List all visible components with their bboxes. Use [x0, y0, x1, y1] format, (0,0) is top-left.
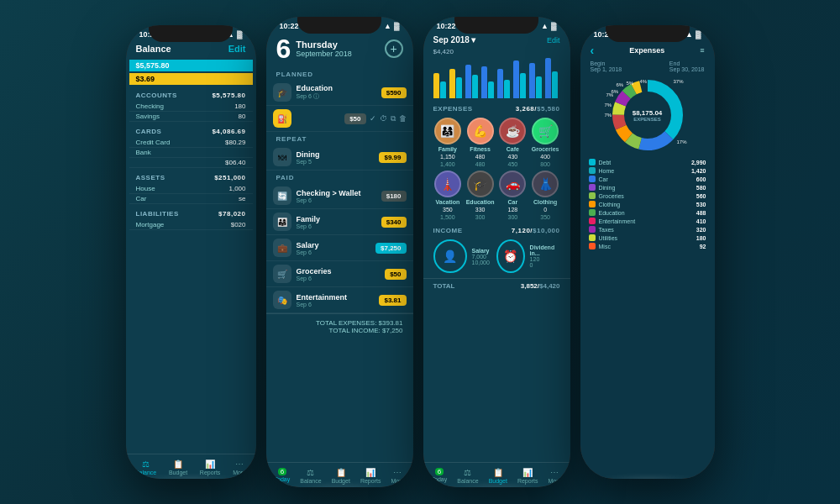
bar	[497, 69, 503, 98]
copy-icon[interactable]: ⧉	[391, 114, 396, 123]
pct-7c: 7%	[605, 113, 612, 118]
legend-education[interactable]: Education 488	[587, 208, 708, 217]
category-fitness[interactable]: 💪 Fitness 480 480	[465, 118, 495, 167]
education-amount: $590	[381, 87, 407, 98]
nav-reports-2[interactable]: 📊 Reports	[360, 468, 381, 484]
bar-group-7	[529, 63, 542, 98]
pct-6a: 6%	[617, 82, 624, 87]
total-row: TOTAL 3,852/$4,420	[423, 278, 570, 293]
salary-item[interactable]: 💼 Salary Sep 6 $7,250	[266, 235, 413, 261]
legend-misc[interactable]: Misc 92	[587, 242, 708, 250]
balance-header: Balance Edit	[126, 40, 256, 59]
month-selector[interactable]: Sep 2018 ▾	[433, 35, 475, 45]
bar	[552, 71, 558, 98]
add-button[interactable]: +	[385, 39, 403, 58]
nav-budget-2[interactable]: 📋 Budget	[332, 468, 350, 484]
date-range: BeginSep 1, 2018 EndSep 30, 2018	[580, 59, 715, 74]
salary-amount: $7,250	[375, 243, 406, 254]
vacation-circle: 🗼	[434, 171, 461, 197]
category-cafe[interactable]: ☕ Cafe 430 450	[498, 118, 528, 167]
nav-more-1[interactable]: ⋯ More	[233, 459, 246, 475]
groceries-item[interactable]: 🛒 Groceries Sep 6 $50	[266, 261, 413, 287]
donut-center: $8,175.04 EXPENSES	[633, 109, 663, 122]
category-car[interactable]: 🚗 Car 128 300	[498, 171, 528, 220]
checking-item[interactable]: 🔄 Checking > Wallet Sep 6 $180	[266, 183, 413, 209]
pct-7b: 7%	[605, 102, 612, 108]
bar-group-5	[497, 69, 510, 98]
education-circle: 🎓	[467, 171, 494, 197]
balance-row: Savings80	[129, 112, 253, 122]
check-icon[interactable]: ✓	[370, 114, 376, 123]
notch-2	[297, 17, 381, 34]
legend-debt[interactable]: Debt 2,990	[587, 158, 708, 166]
nav-balance[interactable]: ⚖ Balance	[135, 459, 156, 475]
total-income: TOTAL INCOME: $7,250	[276, 327, 403, 334]
category-clothing[interactable]: 👗 Clothing 0 350	[531, 171, 560, 220]
bar	[465, 65, 471, 98]
category-education[interactable]: 🎓 Education 330 300	[465, 171, 495, 220]
legend-home[interactable]: Home 1,420	[587, 166, 708, 175]
fuel-item[interactable]: ⛽ $50 ✓ ⏱ ⧉ 🗑	[266, 106, 413, 132]
date-info: Thursday September 2018	[296, 39, 352, 58]
time-2: 10:22	[280, 22, 299, 30]
dining-item[interactable]: 🍽 Dining Sep 5 $9.99	[266, 144, 413, 171]
dividend-income[interactable]: ⏰ Dividend in... 120 0	[496, 239, 560, 273]
nav-more-3[interactable]: ⋯ More	[548, 468, 561, 484]
category-family[interactable]: 👨‍👩‍👧 Family 1,150 1,400	[433, 118, 463, 167]
entertainment-details: Entertainment Sep 6	[297, 293, 380, 307]
groceries-details: Groceries Sep 6	[297, 267, 386, 281]
income-amount: 7,120/$10,000	[512, 227, 560, 234]
reports-nav-icon: 📊	[205, 459, 215, 469]
nav-budget-3[interactable]: 📋 Budget	[489, 468, 507, 484]
legend-car[interactable]: Car 600	[587, 175, 708, 183]
bar	[481, 66, 487, 98]
total-amount: 3,852/$4,420	[521, 282, 560, 290]
bar	[529, 63, 535, 98]
nav-more-2[interactable]: ⋯ More	[391, 468, 404, 484]
category-groceries[interactable]: 🛒 Groceries 400 800	[531, 118, 560, 167]
nav-balance-2[interactable]: ⚖ Balance	[300, 468, 321, 484]
legend-groceries[interactable]: Groceries 560	[587, 192, 708, 200]
nav-reports-3[interactable]: 📊 Reports	[517, 468, 538, 484]
planned-label: PLANNED	[266, 67, 413, 80]
totals-bar: TOTAL EXPENSES: $393.81 TOTAL INCOME: $7…	[266, 313, 413, 339]
balance-edit[interactable]: Edit	[228, 44, 246, 54]
balance-row: House1,000	[129, 184, 253, 194]
budget-nav-icon: 📋	[173, 459, 183, 469]
today-nav-icon: 6	[278, 468, 286, 475]
nav-today[interactable]: 6 Today	[275, 468, 291, 484]
back-button[interactable]: ‹	[591, 44, 595, 57]
balance-row: Credit Card$80.29	[129, 138, 253, 148]
entertainment-item[interactable]: 🎭 Entertainment Sep 6 $3.81	[266, 287, 413, 313]
salary-income[interactable]: 👤 Salary 7,000 10,000	[433, 239, 490, 273]
reports-edit[interactable]: Edit	[547, 36, 560, 45]
phone-balance: 10:22 ▲ ▓ Balance Edit $5,575.80 $3.69	[126, 25, 256, 479]
nav-balance-3[interactable]: ⚖ Balance	[457, 468, 478, 484]
bar-group-2	[449, 69, 462, 98]
trash-icon[interactable]: 🗑	[399, 114, 407, 123]
family-circle: 👨‍👩‍👧	[434, 118, 461, 144]
category-vacation[interactable]: 🗼 Vacation 350 1,500	[433, 171, 463, 220]
legend-clothing[interactable]: Clothing 530	[587, 200, 708, 208]
notch-4	[606, 25, 690, 42]
notch-3	[454, 17, 538, 34]
pct-37: 37%	[673, 79, 683, 84]
education-item[interactable]: 🎓 Education Sep 6 ⓘ $590	[266, 80, 413, 106]
legend-taxes[interactable]: Taxes 320	[587, 225, 708, 234]
legend-utilities[interactable]: Utilities 180	[587, 234, 708, 242]
groceries-icon: 🛒	[273, 265, 291, 283]
today-icon-3: 6	[435, 468, 444, 475]
balance-row: Bank	[129, 148, 253, 158]
filter-icon[interactable]: ≡	[700, 46, 704, 55]
nav-reports-1[interactable]: 📊 Reports	[200, 459, 221, 475]
family-item[interactable]: 👨‍👩‍👧 Family Sep 6 $340	[266, 209, 413, 235]
nav-budget-1[interactable]: 📋 Budget	[169, 459, 187, 475]
education-icon: 🎓	[273, 83, 291, 102]
expense-legend: Debt 2,990 Home 1,420 Car 600	[580, 156, 715, 479]
legend-dining[interactable]: Dining 580	[587, 183, 708, 192]
nav-today-3[interactable]: 6 Today	[432, 468, 448, 484]
clock-icon[interactable]: ⏱	[380, 114, 387, 123]
legend-entertainment[interactable]: Entertainment 410	[587, 217, 708, 225]
bar	[456, 77, 462, 98]
pct-4: 4%	[640, 79, 648, 84]
